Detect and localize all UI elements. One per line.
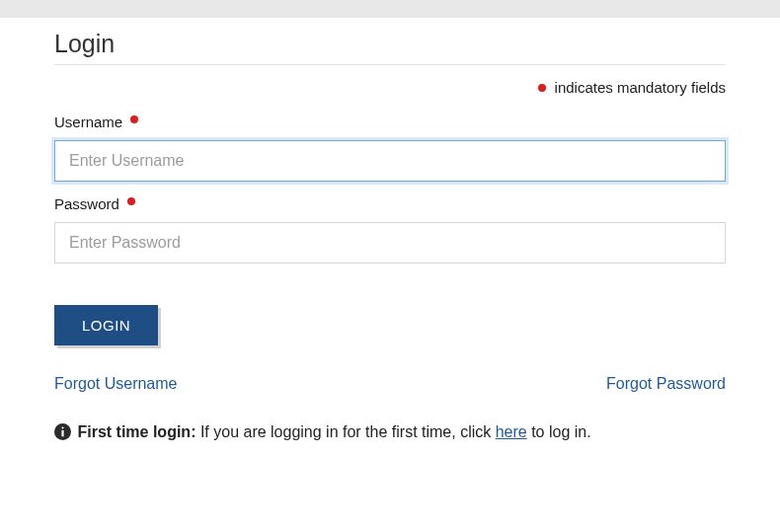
password-label: Password	[54, 195, 726, 212]
password-input[interactable]	[54, 222, 726, 264]
links-row: Forgot Username Forgot Password	[54, 375, 726, 393]
password-field-group: Password	[54, 195, 726, 264]
login-button[interactable]: LOGIN	[54, 305, 158, 345]
page-title: Login	[54, 30, 726, 65]
info-bold-text: First time login:	[77, 423, 195, 440]
first-time-login-here-link[interactable]: here	[496, 423, 527, 440]
svg-rect-1	[61, 427, 63, 429]
info-text-after: to log in.	[527, 423, 591, 440]
mandatory-note: indicates mandatory fields	[54, 79, 726, 96]
forgot-username-link[interactable]: Forgot Username	[54, 375, 178, 393]
mandatory-dot-icon	[130, 115, 138, 123]
password-label-text: Password	[54, 195, 119, 212]
svg-rect-2	[61, 430, 63, 436]
info-text-before: If you are logging in for the first time…	[195, 423, 495, 440]
mandatory-dot-icon	[538, 84, 546, 92]
first-time-login-info: First time login: If you are logging in …	[54, 418, 726, 445]
username-input[interactable]	[54, 140, 726, 182]
login-form-container: Login indicates mandatory fields Usernam…	[0, 18, 780, 445]
username-label-text: Username	[54, 114, 122, 130]
info-icon	[54, 423, 71, 440]
mandatory-dot-icon	[127, 197, 135, 205]
mandatory-text: indicates mandatory fields	[555, 79, 726, 96]
username-label: Username	[54, 114, 726, 130]
username-field-group: Username	[54, 114, 726, 182]
forgot-password-link[interactable]: Forgot Password	[606, 375, 726, 393]
top-bar	[0, 0, 780, 18]
